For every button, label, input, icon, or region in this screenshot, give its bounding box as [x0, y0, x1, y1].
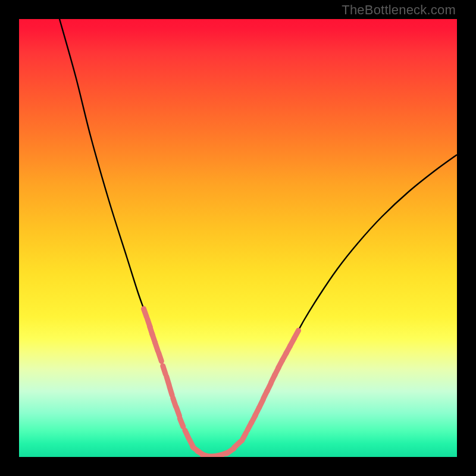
curve-path [60, 19, 457, 456]
watermark: TheBottleneck.com [342, 2, 456, 18]
sample-marker [170, 387, 172, 395]
chart-frame [19, 19, 457, 457]
sample-marker [177, 408, 180, 416]
sample-marker [155, 343, 158, 351]
sample-marker [167, 377, 169, 385]
bottleneck-curve [60, 19, 457, 456]
sample-marker [242, 433, 246, 440]
sample-marker [234, 441, 241, 447]
sample-marker [163, 366, 166, 374]
sample-marker [294, 330, 298, 338]
chart-svg [19, 19, 457, 457]
sample-marker [159, 353, 162, 361]
sample-markers [144, 309, 299, 457]
sample-marker [185, 430, 189, 439]
sample-marker [180, 418, 183, 427]
sample-marker [144, 309, 147, 317]
